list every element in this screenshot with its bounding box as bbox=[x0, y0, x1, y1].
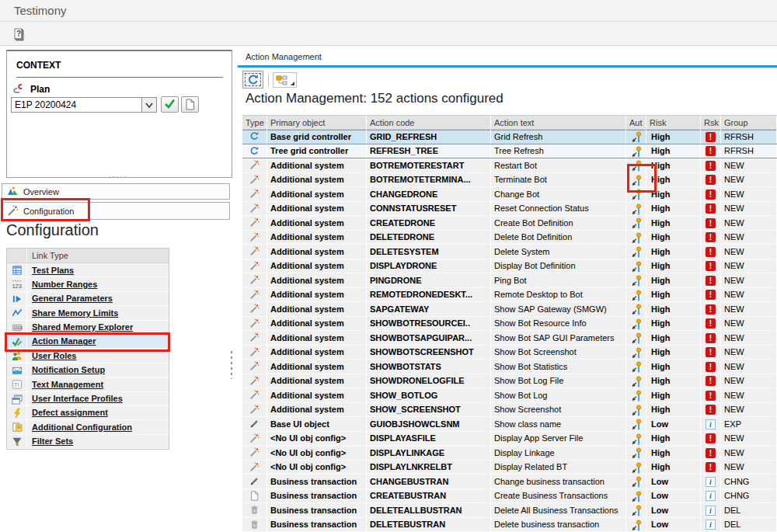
error-icon: ! bbox=[706, 433, 716, 443]
sidebar-link-label[interactable]: Action Manager bbox=[27, 335, 96, 348]
column-header-risk[interactable]: Risk bbox=[646, 116, 701, 129]
sidebar-item-action-manager[interactable]: Action Manager bbox=[7, 335, 169, 349]
sidebar-item-general-parameters[interactable]: General Parameters bbox=[7, 292, 169, 306]
wand-icon bbox=[242, 173, 267, 187]
table-row-showbotstats[interactable]: Additional systemSHOWBOTSTATSShow Bot St… bbox=[242, 360, 777, 374]
column-header-rsk[interactable]: Rsk bbox=[701, 116, 721, 129]
cell-risk: High bbox=[646, 461, 701, 475]
table-row-createdrone[interactable]: Additional systemCREATEDRONECreate Bot D… bbox=[242, 216, 777, 231]
table-row-deletesystem[interactable]: Additional systemDELETESYSTEMDelete Syst… bbox=[242, 245, 777, 259]
table-row-guiobjshowclsnm[interactable]: Base UI objectGUIOBJSHOWCLSNMShow class … bbox=[242, 417, 777, 432]
layout-button[interactable] bbox=[273, 72, 297, 88]
sidebar-item-user-interface-profiles[interactable]: User Interface Profiles bbox=[7, 392, 169, 406]
table-row-changebustran[interactable]: Business transactionCHANGEBUSTRANChange … bbox=[242, 475, 777, 489]
tab-action-management[interactable]: Action Management bbox=[246, 52, 322, 61]
cell-group: NEW bbox=[721, 245, 777, 259]
table-row-botremoterestart[interactable]: Additional systemBOTREMOTERESTARTRestart… bbox=[242, 158, 777, 173]
sidebar-link-label[interactable]: Text Management bbox=[27, 377, 103, 391]
sidebar-item-user-roles[interactable]: User Roles bbox=[7, 349, 169, 363]
error-icon: ! bbox=[701, 360, 721, 374]
sidebar-item-number-ranges[interactable]: 123Number Ranges bbox=[7, 277, 169, 291]
authorization-key-icon bbox=[626, 288, 646, 302]
error-icon: ! bbox=[706, 247, 716, 256]
column-header-action-code[interactable]: Action code bbox=[367, 116, 491, 129]
table-row-createbustran[interactable]: Business transactionCREATEBUSTRANCreate … bbox=[242, 489, 777, 504]
nav-button-overview[interactable]: Overview bbox=[2, 183, 230, 200]
sidebar-link-label[interactable]: Notification Setup bbox=[27, 363, 105, 377]
table-row-deletebustran[interactable]: Business transactionDELETEBUSTRANDelete … bbox=[242, 518, 777, 532]
table-row-displaylinkage[interactable]: <No UI obj config>DISPLAYLINKAGEDisplay … bbox=[242, 446, 777, 461]
info-icon: i bbox=[706, 491, 716, 500]
table-row-grid-refresh[interactable]: Base grid controllerGRID_REFRESHGrid Ref… bbox=[242, 130, 777, 144]
plan-dropdown-arrow-icon[interactable] bbox=[141, 97, 157, 113]
help-icon[interactable]: ? bbox=[12, 27, 26, 41]
sidebar-item-additional-configuration[interactable]: Additional Configuration bbox=[7, 420, 169, 434]
table-row-remotedronedeskt[interactable]: Additional systemREMOTEDRONEDESKT...Remo… bbox=[242, 288, 777, 303]
column-header-primary-object[interactable]: Primary object bbox=[267, 116, 367, 129]
table-row-deleteallbustran[interactable]: Business transactionDELETEALLBUSTRANDele… bbox=[242, 503, 777, 518]
table-row-changedrone[interactable]: Additional systemCHANGEDRONEChange BotHi… bbox=[242, 187, 777, 202]
table-row-show-screenshot[interactable]: Additional systemSHOW_SCREENSHOTShow Scr… bbox=[242, 403, 777, 418]
sidebar-link-label[interactable]: Defect assignment bbox=[27, 406, 108, 419]
column-header-group[interactable]: Group bbox=[721, 116, 777, 129]
error-icon: ! bbox=[706, 276, 716, 285]
table-row-pingdrone[interactable]: Additional systemPINGDRONEPing BotHigh!N… bbox=[242, 273, 777, 288]
sidebar-link-label[interactable]: Number Ranges bbox=[27, 277, 97, 290]
sidebar-link-label[interactable]: General Parameters bbox=[27, 292, 113, 305]
sidebar-item-text-management[interactable]: TIText Management bbox=[7, 377, 169, 391]
table-row-showdronelogfile[interactable]: Additional systemSHOWDRONELOGFILEShow Bo… bbox=[242, 374, 777, 389]
sidebar-link-label[interactable]: Shared Memory Explorer bbox=[27, 321, 133, 334]
sidebar-link-label[interactable]: User Interface Profiles bbox=[27, 392, 123, 405]
sidebar-item-notification-setup[interactable]: Notification Setup bbox=[7, 363, 169, 377]
nav-button-configuration[interactable]: Configuration bbox=[2, 202, 230, 220]
plan-select-input[interactable] bbox=[11, 97, 142, 113]
table-row-displaylnkrelbt[interactable]: <No UI obj config>DISPLAYLNKRELBTDisplay… bbox=[242, 461, 777, 475]
create-plan-button[interactable] bbox=[181, 96, 199, 113]
info-icon: i bbox=[706, 419, 716, 429]
authorization-key-icon bbox=[631, 466, 642, 475]
column-header-type[interactable]: Type bbox=[242, 116, 267, 129]
error-icon: ! bbox=[701, 446, 721, 460]
sidebar-link-label[interactable]: Filter Sets bbox=[27, 435, 73, 448]
column-header-aut[interactable]: Aut bbox=[626, 116, 646, 129]
cell-primary-object: Additional system bbox=[267, 158, 367, 172]
cell-action-text: Restart Bot bbox=[491, 158, 626, 172]
sidebar-link-label[interactable]: User Roles bbox=[27, 349, 76, 362]
cell-primary-object: Additional system bbox=[267, 346, 367, 360]
table-row-showbotresourcei[interactable]: Additional systemSHOWBOTRESOURCEI..Show … bbox=[242, 317, 777, 332]
vertical-splitter-handle[interactable] bbox=[230, 349, 233, 379]
sidebar-item-shared-memory-explorer[interactable]: 1010Shared Memory Explorer bbox=[7, 321, 169, 335]
confirm-plan-button[interactable] bbox=[161, 96, 179, 113]
filter-sets-icon bbox=[12, 436, 23, 450]
sidebar-item-test-plans[interactable]: Test Plans bbox=[7, 263, 169, 277]
sidebar-link-label[interactable]: Share Memory Limits bbox=[27, 306, 118, 319]
horizontal-splitter-handle[interactable]: ····· bbox=[87, 172, 149, 180]
table-row-displayasfile[interactable]: <No UI obj config>DISPLAYASFILEDisplay A… bbox=[242, 432, 777, 447]
table-row-botremotetermina[interactable]: Additional systemBOTREMOTETERMINA...Term… bbox=[242, 173, 777, 188]
table-row-sapgateway[interactable]: Additional systemSAPGATEWAYShow SAP Gate… bbox=[242, 302, 777, 317]
sidebar-link-label[interactable]: Additional Configuration bbox=[27, 420, 132, 433]
notification-setup-icon bbox=[12, 365, 23, 378]
sidebar-item-filter-sets[interactable]: Filter Sets bbox=[7, 435, 169, 449]
table-row-showbotscreenshot[interactable]: Additional systemSHOWBOTSCREENSHOTShow B… bbox=[242, 346, 777, 360]
refresh-button[interactable] bbox=[242, 71, 263, 89]
action-table-header: TypePrimary objectAction codeAction text… bbox=[242, 115, 777, 130]
table-row-deletedrone[interactable]: Additional systemDELETEDRONEDelete Bot D… bbox=[242, 231, 777, 245]
cell-action-text: Display App Server File bbox=[491, 432, 626, 446]
sidebar-link-label[interactable]: Test Plans bbox=[27, 263, 74, 276]
sidebar-item-share-memory-limits[interactable]: Share Memory Limits bbox=[7, 306, 169, 320]
cell-primary-object: Additional system bbox=[267, 388, 367, 402]
table-row-show-botlog[interactable]: Additional systemSHOW_BOTLOGShow Bot Log… bbox=[242, 388, 777, 403]
error-icon: ! bbox=[701, 317, 721, 331]
error-icon: ! bbox=[706, 290, 716, 299]
cell-action-code: PINGDRONE bbox=[367, 273, 491, 287]
table-row-showbotsapguipar[interactable]: Additional systemSHOWBOTSAPGUIPAR...Show… bbox=[242, 331, 777, 346]
defect-assignment-icon bbox=[12, 408, 23, 421]
cell-action-code: DISPLAYLNKRELBT bbox=[367, 461, 491, 475]
sidebar-item-defect-assignment[interactable]: Defect assignment bbox=[7, 406, 169, 420]
table-row-refresh-tree[interactable]: Tree grid controllerREFRESH_TREETree Ref… bbox=[242, 144, 777, 159]
cell-risk: Low bbox=[646, 518, 701, 532]
column-header-action-text[interactable]: Action text bbox=[491, 116, 626, 129]
table-row-connstatusreset[interactable]: Additional systemCONNSTATUSRESETReset Co… bbox=[242, 202, 777, 217]
table-row-displaydrone[interactable]: Additional systemDISPLAYDRONEDisplay Bot… bbox=[242, 259, 777, 274]
